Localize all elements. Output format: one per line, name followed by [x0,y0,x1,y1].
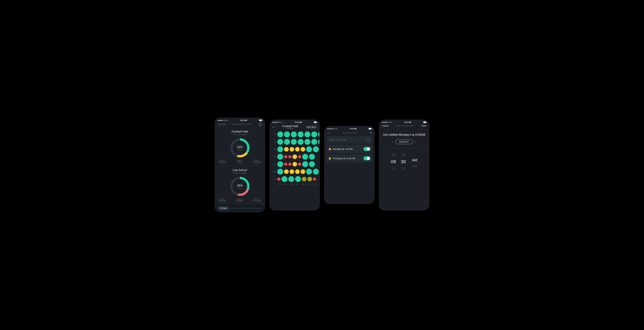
trend-dot [284,162,287,166]
signal-dot [382,122,383,123]
chevron-down-icon: ▾ [314,126,316,128]
carrier-label-4: UI8 [388,122,390,123]
screen-new-notification: UI8 ▲ 9:41 AM Cancel NEW NOTIFICATION Sa… [379,120,429,210]
signal-dot [220,120,221,121]
day-sat: SAT [312,184,318,185]
message-prefix: Get notified [383,133,398,136]
donut-percent-1: 41% [237,146,243,149]
back-arrow-2[interactable]: ← [272,126,275,129]
status-bar-3: UI8 ▲ 9:41 AM [324,126,374,130]
notif-left-2: 🔔 Thursdays @ 11:00 PM [328,157,355,160]
trend-dot [277,154,283,160]
trend-dot [309,161,315,167]
signal-dot [383,122,384,123]
status-time-2: 9:41 AM [295,121,302,123]
minute-active[interactable]: 30 [401,159,406,164]
trends-row: 9a [272,146,318,153]
trend-dot [300,169,305,174]
trend-dot [277,178,280,181]
divider [379,147,429,148]
status-bar-4: UI8 ▲ 9:41 AM [379,120,429,124]
screen1-page-title: PARKING STRUCTURES [232,124,252,125]
trend-dot [295,169,300,174]
level1-spots: 33 spots [219,161,226,163]
parking-card-lawschool: Law School 173 spots available 35% FULL … [215,166,265,204]
signal-dot [272,122,273,123]
dots-row [277,139,320,145]
wifi-icon-4: ▲ [391,122,392,123]
level3-spots-2: 12 spots [236,200,243,202]
date-pill[interactable]: OCT 4th ▾ [306,126,317,129]
day-tue: TUE [289,184,294,185]
day-mon: MON [283,184,288,185]
notification-message: Get notified Monday's at 9:30AM [379,128,429,140]
battery-icon-2 [314,122,317,123]
level1-item: LEVEL 1 33 spots [219,160,226,163]
new-notification-title: NEW NOTIFICATION [396,125,414,126]
signal-dot [222,120,223,121]
signal-dot [277,122,278,123]
active-notification-monday: 🔔 Mondays @ 1:30 PM [326,145,372,153]
donut-label-1: FULL [237,149,243,150]
bell-icon-monday: 🔔 [328,148,331,150]
cancel-button[interactable]: Cancel [382,124,388,127]
toggle-knob [367,147,370,150]
level3-item: LEVEL 3 1 spot [236,160,243,163]
trend-dot [291,139,297,145]
toggle-monday[interactable] [364,147,370,151]
day-picker: ‹ MONDAY › [379,140,429,144]
hour-column: 08 09 10 [391,153,396,171]
trend-dot [277,132,283,137]
trend-dot [284,155,287,158]
hour-below: 10 [392,166,395,171]
trend-dot [288,176,294,182]
back-arrow-3[interactable]: ← [327,131,330,134]
ampm-column: AM PM [412,156,418,168]
status-left-1: UI8 ▲ [218,120,228,121]
card2-subtitle: 173 spots available [218,172,262,174]
hour-active[interactable]: 09 [391,159,396,164]
day-picker-value[interactable]: MONDAY [395,140,413,144]
dots-row [277,169,319,174]
message-day: Monday's [399,133,411,136]
trend-dot [288,162,292,166]
trend-dot [298,162,301,166]
trends-row: 8a [272,138,318,146]
time-label: 1p [272,178,276,180]
level1-name-2: LEVEL 1 [219,198,226,200]
trend-dot [292,162,297,166]
ampm-active[interactable]: AM [412,158,418,162]
day-next-arrow[interactable]: › [415,140,416,144]
status-time-4: 9:41 AM [404,121,411,123]
dismiss-notification-button[interactable]: ✕ [366,138,370,142]
level2-spots: 113 spots [253,161,261,163]
toggle-thursday[interactable] [364,156,370,160]
add-notification-button[interactable]: + [370,131,372,135]
level2-item: LEVEL 2 113 spots [253,160,261,163]
trend-dot [306,169,312,174]
gear-icon[interactable]: ⚙ [258,122,262,126]
hour-button[interactable]: +1 hour [218,206,229,210]
trend-dot [282,176,287,182]
screens-container: UI8 ▲ 9:41 AM 10:41 AM PARKING STRUCTURE… [208,111,436,219]
status-left-2: UI8 ▲ [272,122,283,123]
notif-thursday-text: Thursdays @ 11:00 PM [333,157,355,160]
minute-column: 29 30 31 [401,153,406,171]
status-bar-1: UI8 ▲ 9:41 AM [215,118,265,122]
trend-dot [284,139,290,145]
trend-dot [284,169,289,174]
screen-trends: UI8 ▲ 9:41 AM ← Football Field TRENDS OC… [270,120,320,210]
trend-dot [298,139,304,145]
card2-title: Law School [218,168,262,172]
trend-dot [306,146,312,152]
day-prev-arrow[interactable]: ‹ [392,140,393,144]
trend-dot [313,169,319,174]
signal-dots-2 [272,122,278,123]
screen1-footer: +1 hour [215,204,265,212]
donut-percent-2: 35% [237,184,243,187]
signal-dot [274,122,274,123]
active-notification-thursday: 🔔 Thursdays @ 11:00 PM [326,154,372,162]
save-button[interactable]: Save [422,124,426,127]
donut-football: 41% FULL [229,137,250,158]
trends-row: 12p [272,168,318,175]
